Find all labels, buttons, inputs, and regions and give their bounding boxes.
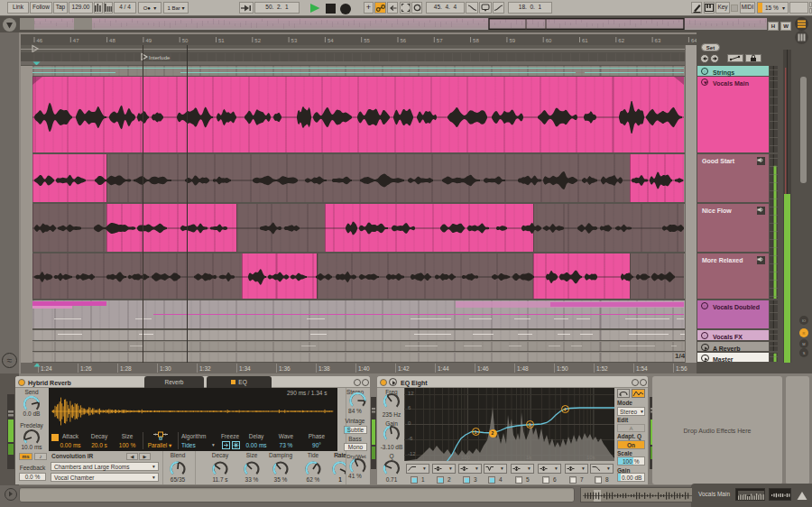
svg-text:1:38: 1:38 (318, 365, 330, 372)
svg-text:1:52: 1:52 (596, 365, 608, 372)
svg-text:1:32: 1:32 (199, 365, 211, 372)
svg-text:1:36: 1:36 (279, 365, 291, 372)
svg-text:1:44: 1:44 (438, 365, 449, 372)
svg-text:1:46: 1:46 (477, 365, 489, 372)
svg-text:1:26: 1:26 (80, 365, 92, 372)
svg-text:1:42: 1:42 (398, 365, 410, 372)
svg-text:1:56: 1:56 (676, 365, 687, 372)
svg-text:1:24: 1:24 (41, 365, 52, 372)
svg-text:1:40: 1:40 (358, 365, 370, 372)
svg-text:1:54: 1:54 (636, 365, 648, 372)
svg-text:1:30: 1:30 (160, 365, 171, 372)
svg-text:1:28: 1:28 (120, 365, 132, 372)
svg-text:1:34: 1:34 (239, 365, 251, 372)
svg-text:1:48: 1:48 (517, 365, 529, 372)
svg-text:1:50: 1:50 (557, 365, 568, 372)
